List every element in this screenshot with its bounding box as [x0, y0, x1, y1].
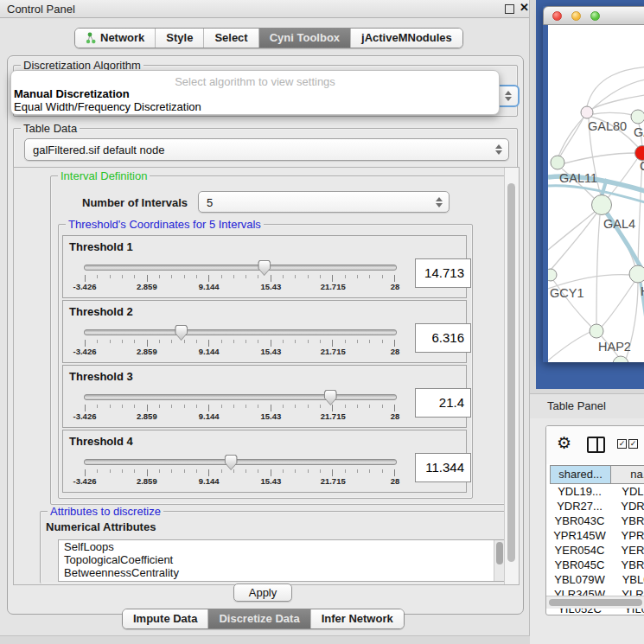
- threshold-2-slider[interactable]: [84, 329, 397, 335]
- network-node[interactable]: [629, 265, 644, 283]
- tab-cyni-toolbox[interactable]: Cyni Toolbox: [259, 29, 351, 48]
- tab-label: Style: [166, 31, 193, 44]
- top-tab-bar: Network Style Select Cyni Toolbox jActiv…: [74, 28, 463, 48]
- scrollbar-thumb[interactable]: [549, 599, 642, 606]
- settings-vertical-scrollbar[interactable]: [504, 168, 519, 584]
- number-of-intervals-combobox[interactable]: 5: [198, 191, 450, 213]
- thresholds-title: Threshold's Coordinates for 5 Intervals: [66, 218, 264, 231]
- float-window-icon[interactable]: [505, 4, 514, 14]
- close-traffic-light-icon[interactable]: [552, 11, 562, 21]
- cell-name: YER0...: [610, 543, 644, 558]
- attribute-list-item[interactable]: SelfLoops: [59, 540, 505, 553]
- slider-thumb[interactable]: [258, 260, 271, 276]
- network-node[interactable]: [548, 269, 557, 281]
- tab-label: Infer Network: [322, 612, 393, 625]
- network-node[interactable]: [551, 156, 564, 169]
- network-window-titlebar[interactable]: [543, 6, 644, 25]
- threshold-2-value-field[interactable]: 6.316: [415, 323, 471, 353]
- threshold-1-value-field[interactable]: 14.713: [415, 258, 471, 288]
- tab-impute-data[interactable]: Impute Data: [123, 609, 208, 628]
- tab-jactivemnodules[interactable]: jActiveMNodules: [351, 29, 462, 48]
- scale-tick-label: 21.715: [321, 282, 346, 291]
- minimize-traffic-light-icon[interactable]: [571, 11, 581, 21]
- scrollbar-thumb[interactable]: [496, 542, 503, 564]
- table-row[interactable]: YBL079WYBL0...: [546, 572, 644, 587]
- threshold-1-slider[interactable]: [84, 265, 397, 271]
- cell-name: YBL0...: [610, 572, 644, 587]
- gear-icon[interactable]: ⚙: [557, 433, 571, 453]
- close-icon[interactable]: ✕: [520, 1, 529, 14]
- tab-style[interactable]: Style: [156, 29, 204, 48]
- network-node[interactable]: [592, 195, 612, 215]
- network-icon: [86, 32, 96, 44]
- scale-tick-label: 15.43: [261, 282, 282, 291]
- scale-tick-label: -3.426: [73, 347, 97, 356]
- combo-stepper-icon: [505, 91, 512, 101]
- algorithm-option-manual[interactable]: Manual Discretization: [14, 87, 130, 100]
- tab-network[interactable]: Network: [75, 29, 156, 48]
- column-header-shared-name[interactable]: shared...: [550, 465, 611, 484]
- table-row[interactable]: YDR27...YDR2...: [546, 499, 644, 513]
- tab-infer-network[interactable]: Infer Network: [311, 609, 404, 628]
- network-node[interactable]: [590, 324, 603, 338]
- tab-select[interactable]: Select: [204, 29, 258, 48]
- threshold-3-panel: Threshold 3 -3.4262.8599.14415.4321.7152…: [62, 365, 467, 428]
- attributes-box: Attributes to discretize Numerical Attri…: [40, 511, 512, 583]
- scale-tick-label: 15.43: [261, 411, 282, 421]
- table-horizontal-scrollbar[interactable]: [546, 596, 644, 609]
- node-label: GA: [634, 125, 644, 139]
- zoom-traffic-light-icon[interactable]: [590, 11, 600, 21]
- numerical-attributes-list[interactable]: SelfLoopsTopologicalCoefficientBetweenne…: [58, 539, 506, 582]
- scale-tick-label: -3.426: [73, 282, 97, 291]
- threshold-3-value-field[interactable]: 21.4: [415, 388, 471, 418]
- table-row[interactable]: YER054CYER0...: [546, 543, 644, 558]
- table-data-combobox[interactable]: galFiltered.sif default node: [24, 138, 509, 161]
- slider-tick-marks: [85, 340, 395, 347]
- table-row[interactable]: YBR043CYBR0...: [546, 513, 644, 528]
- attribute-list-item[interactable]: BetweennessCentrality: [59, 566, 505, 579]
- cell-shared-name: YBR043C: [550, 513, 609, 528]
- network-node[interactable]: [635, 146, 644, 161]
- threshold-4-value-field[interactable]: 11.344: [415, 453, 471, 482]
- network-node[interactable]: [581, 106, 593, 118]
- panel-title: Control Panel: [7, 3, 75, 16]
- bottom-tab-bar: Impute Data Discretize Data Infer Networ…: [122, 609, 405, 629]
- number-of-intervals-label: Number of Intervals: [82, 196, 188, 209]
- scale-tick-label: 9.144: [199, 347, 220, 356]
- slider-tick-marks: [85, 469, 395, 476]
- scrollbar-thumb[interactable]: [507, 183, 515, 562]
- slider-thumb[interactable]: [324, 390, 337, 405]
- cell-shared-name: YDR27...: [550, 499, 609, 513]
- algorithm-option-equal-width[interactable]: Equal Width/Frequency Discretization: [14, 100, 201, 113]
- scale-tick-label: 21.715: [321, 476, 346, 486]
- cell-shared-name: YBR045C: [550, 558, 609, 572]
- network-canvas[interactable]: GAL80GACGAL11GAL4GCY1HHAP2: [548, 25, 644, 362]
- table-row[interactable]: YBR045CYBR0...: [546, 558, 644, 572]
- table-data-value: galFiltered.sif default node: [33, 143, 164, 156]
- slider-thumb[interactable]: [225, 455, 238, 470]
- network-node[interactable]: [631, 110, 644, 124]
- table-row[interactable]: YPR145WYPR1...: [546, 528, 644, 543]
- split-columns-icon[interactable]: [587, 437, 605, 453]
- table-panel-title: Table Panel: [547, 399, 606, 412]
- thresholds-box: Threshold's Coordinates for 5 Intervals …: [58, 224, 473, 499]
- attributes-title: Attributes to discretize: [48, 505, 163, 518]
- scale-tick-label: 21.715: [321, 347, 346, 356]
- node-label: H: [641, 284, 644, 298]
- table-row[interactable]: YDL19...YDL1...: [546, 484, 644, 499]
- checkbox-icon[interactable]: ✓: [628, 439, 638, 449]
- threshold-3-slider[interactable]: [84, 394, 397, 400]
- control-panel-titlebar: Control Panel ✕: [0, 0, 529, 18]
- column-header-name[interactable]: na...: [610, 465, 644, 484]
- slider-tick-marks: [85, 405, 395, 411]
- tab-discretize-data[interactable]: Discretize Data: [208, 609, 310, 628]
- slider-thumb[interactable]: [175, 325, 188, 341]
- slider-scale-labels: -3.4262.8599.14415.4321.71528: [85, 476, 395, 487]
- cell-shared-name: YDL19...: [550, 484, 609, 499]
- apply-button[interactable]: Apply: [233, 583, 292, 602]
- checkbox-icon[interactable]: ✓: [617, 439, 627, 449]
- scale-tick-label: 28: [391, 347, 400, 356]
- scale-tick-label: 2.859: [137, 411, 157, 421]
- attribute-list-item[interactable]: TopologicalCoefficient: [59, 553, 505, 566]
- threshold-4-slider[interactable]: [84, 459, 397, 465]
